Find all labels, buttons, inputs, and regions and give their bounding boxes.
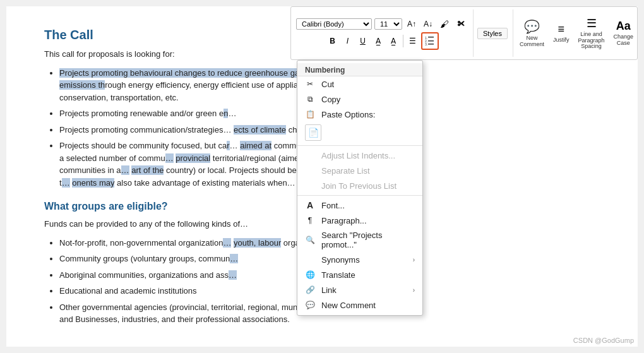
list-item: Projects promoting communication/strateg… [59,124,335,136]
font-label: Font... [321,201,345,210]
shrink-font-btn[interactable]: A↓ [421,17,435,31]
separate-icon [305,165,315,176]
search-label: Search "Projects promot..." [321,230,415,249]
new-comment-col[interactable]: 💬 New Comment [517,18,547,49]
styles-section: Styles [477,9,513,57]
paragraph-label: Paragraph... [321,216,367,225]
menu-item-cut[interactable]: ✂ Cut [297,76,422,92]
line-spacing-label: Line and Paragraph Spacing [578,32,605,51]
translate-icon: 🌐 [305,270,315,280]
section2-list: Not-for-profit, non-governmental organiz… [44,237,335,326]
bold-btn[interactable]: B [326,34,340,48]
font-icon: A [305,200,315,210]
menu-item-synonyms[interactable]: Synonyms › [297,252,422,267]
adjust-icon [305,150,315,160]
change-case-col[interactable]: Aa Change Case [611,18,636,48]
section2-title: What groups are eligible? [44,199,335,214]
menu-item-translate[interactable]: 🌐 Translate [297,267,422,282]
new-comment-menu-label: New Comment [321,301,376,310]
new-comment-icon: 💬 [524,19,540,34]
ribbon: Calibri (Body) 11 A↑ A↓ 🖌 ✀ B I U A̲ A̲ … [290,6,638,60]
highlight-btn[interactable]: A̲ [371,34,385,48]
justify-icon: ≡ [558,23,564,36]
adjust-label: Adjust List Indents... [321,151,395,160]
context-menu: Numbering ✂ Cut ⧉ Copy 📋 Paste Options: … [297,60,423,316]
watermark: CSDN @GodGump [573,337,634,344]
separate-label: Separate List [321,166,370,176]
menu-item-join-previous: Join To Previous List [297,178,422,193]
svg-rect-5 [428,44,434,45]
new-comment-menu-icon: 💬 [305,300,315,310]
menu-item-font[interactable]: A Font... [297,198,422,213]
bullet-list: Projects promoting behavioural changes t… [44,67,335,189]
menu-header: Numbering [297,63,422,76]
grow-font-btn[interactable]: A↑ [405,17,419,31]
font-row: Calibri (Body) 11 A↑ A↓ 🖌 ✀ [296,17,468,31]
svg-rect-3 [428,40,434,42]
change-case-icon: Aa [616,20,631,33]
translate-label: Translate [321,270,355,280]
synonyms-icon [305,254,315,265]
synonyms-arrow: › [413,256,415,263]
justify-col[interactable]: ≡ Justify [551,21,572,45]
font-section: Calibri (Body) 11 A↑ A↓ 🖌 ✀ B I U A̲ A̲ … [296,9,474,57]
copy-icon: ⧉ [305,94,315,104]
search-icon: 🔍 [305,235,315,245]
copy-label: Copy [321,95,340,104]
list-item: Projects promoting renewable and/or gree… [59,107,335,120]
paragraph-icon: ¶ [305,215,315,225]
bullets-btn[interactable]: ☰ [406,34,420,48]
font-name-select[interactable]: Calibri (Body) [296,18,372,30]
svg-rect-1 [428,37,434,38]
line-spacing-col[interactable]: ☰ Line and Paragraph Spacing [576,15,607,52]
justify-label: Justify [553,37,569,44]
font-size-select[interactable]: 11 [374,18,402,30]
synonyms-label: Synonyms [321,255,360,265]
link-arrow: › [413,287,415,294]
section2-intro: Funds can be provided to any of the foll… [44,218,335,230]
list-item: Community groups (voluntary groups, comm… [59,253,335,265]
list-item: Other governmental agencies (provincial,… [59,301,335,326]
paste-icons-row: 📄 [297,122,422,143]
menu-item-new-comment[interactable]: 💬 New Comment [297,297,422,313]
separator-2 [297,195,422,196]
list-item: Projects promoting behavioural changes t… [59,67,335,104]
svg-text:3.: 3. [425,42,427,46]
menu-item-copy[interactable]: ⧉ Copy [297,92,422,107]
separator-1 [297,145,422,146]
new-comment-label: New Comment [520,35,544,48]
list-item: Projects should be community focused, bu… [59,140,335,189]
font-color-btn[interactable]: A̲ [386,34,400,48]
menu-item-paste-options[interactable]: 📋 Paste Options: [297,107,422,122]
paste-option-1[interactable]: 📄 [305,124,321,141]
font-format-btn[interactable]: 🖌 [438,17,451,31]
styles-btn[interactable]: Styles [477,28,508,39]
list-item: Educational and academic institutions [59,285,335,297]
list-item: Not-for-profit, non-governmental organiz… [59,237,335,249]
link-label: Link [321,285,337,295]
underline-btn[interactable]: U [356,34,370,48]
change-case-label: Change Case [614,34,634,47]
menu-item-search[interactable]: 🔍 Search "Projects promot..." [297,228,422,252]
numbering-btn[interactable]: 1. 2. 3. [421,32,439,50]
cut-label: Cut [321,80,334,89]
menu-item-paragraph[interactable]: ¶ Paragraph... [297,213,422,228]
italic-btn[interactable]: I [341,34,355,48]
menu-item-separate-list: Separate List [297,163,422,178]
join-icon [305,181,315,191]
format-row: B I U A̲ A̲ ☰ 1. 2. 3. [326,32,439,50]
menu-item-adjust-indent: Adjust List Indents... [297,148,422,163]
list-item: Aboriginal communities, organizations an… [59,269,335,282]
link-icon: 🔗 [305,285,315,295]
join-label: Join To Previous List [321,181,397,191]
clear-format-btn[interactable]: ✀ [454,17,468,31]
paste-icon: 📋 [305,109,315,119]
line-spacing-icon: ☰ [587,16,597,30]
paste-label: Paste Options: [321,110,375,119]
cut-icon: ✂ [305,79,315,89]
menu-item-link[interactable]: 🔗 Link › [297,282,422,297]
